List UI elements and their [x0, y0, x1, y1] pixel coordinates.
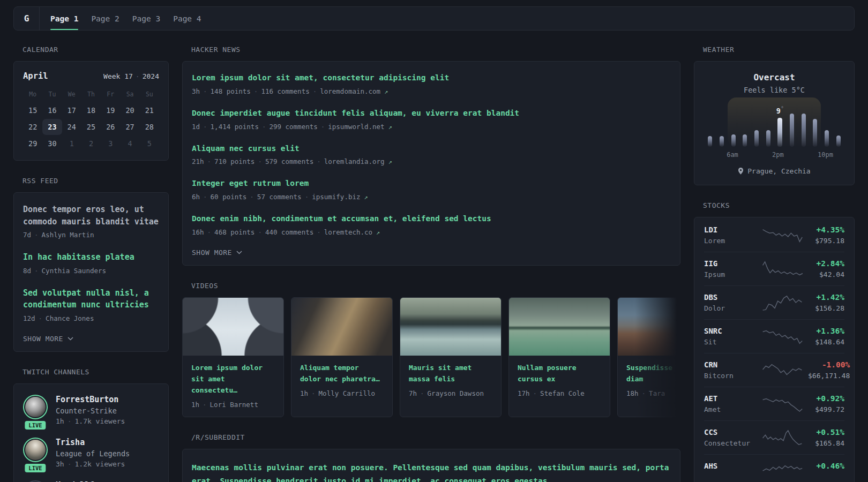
- videos-section: VIDEOS Lorem ipsum dolor sit amet consec…: [182, 282, 680, 417]
- live-badge: LIVE: [25, 464, 46, 472]
- stock-row[interactable]: CRNBitcorn-1.00%$66,171.48: [704, 353, 844, 387]
- hacker-news-item-link[interactable]: Integer eget rutrum lorem: [192, 178, 671, 190]
- stock-row[interactable]: SNRCSit+1.36%$148.64: [704, 319, 844, 353]
- rss-item-link[interactable]: Sed volutpat nulla nisl, a condimentum n…: [23, 287, 159, 311]
- hacker-news-item-link[interactable]: Donec imperdiet augue tincidunt felis al…: [192, 108, 671, 119]
- hacker-news-item: Integer eget rutrum lorem6h·60 points·57…: [192, 178, 671, 201]
- video-title[interactable]: Suspendisse diam: [626, 362, 678, 385]
- video-card[interactable]: Lorem ipsum dolor sit amet consectetu…1h…: [182, 297, 284, 417]
- external-link-icon: ↗: [388, 123, 392, 131]
- weather-condition: Overcast: [704, 72, 844, 82]
- stock-price: $66,171.48: [808, 372, 850, 380]
- tab-page-3[interactable]: Page 3: [132, 7, 160, 30]
- hacker-news-item-link[interactable]: Aliquam nec cursus elit: [192, 143, 671, 155]
- rss-show-more-button[interactable]: SHOW MORE: [23, 335, 159, 343]
- weather-hour-label: 6am: [727, 151, 738, 159]
- dot-separator: ·: [258, 157, 262, 165]
- stock-identity: IIGIpsum: [704, 259, 759, 278]
- hacker-news-show-more-button[interactable]: SHOW MORE: [192, 248, 671, 257]
- tab-page-4[interactable]: Page 4: [173, 7, 201, 30]
- twitch-channel-row[interactable]: KendallCarr: [23, 480, 159, 482]
- top-navbar: G Page 1Page 2Page 3Page 4: [13, 6, 855, 31]
- dot-separator: ·: [317, 228, 321, 236]
- stock-values: +0.46%: [817, 462, 844, 481]
- stock-sparkline: [762, 294, 805, 311]
- dot-separator: ·: [203, 123, 207, 131]
- video-title[interactable]: Lorem ipsum dolor sit amet consectetu…: [191, 362, 275, 396]
- meta-part: 1h: [300, 389, 308, 397]
- weekday-label: Mo: [23, 91, 42, 98]
- weather-hour-label: [750, 151, 761, 159]
- stock-row[interactable]: AETAmet+0.92%$499.72: [704, 387, 844, 420]
- item-meta: 12d·Chance Jones: [23, 314, 159, 322]
- item-meta: 7h·Grayson Dawson: [409, 389, 492, 397]
- app-logo[interactable]: G: [14, 7, 40, 30]
- calendar-day: 30: [42, 135, 62, 152]
- stock-symbol: CRN: [704, 360, 759, 369]
- stocks-section-label: STOCKS: [703, 201, 855, 209]
- stock-name: [704, 473, 759, 481]
- meta-part: 18h: [626, 389, 639, 397]
- calendar-day: 18: [81, 102, 101, 118]
- calendar-day: 27: [120, 119, 139, 135]
- item-meta: 16h·468 points·440 comments·loremtech.co…: [192, 228, 671, 236]
- weather-hour-label: 2pm: [772, 151, 784, 159]
- weather-location-text: Prague, Czechia: [747, 167, 810, 175]
- stock-row[interactable]: LDILorem+4.35%$795.18: [704, 219, 844, 252]
- video-title[interactable]: Aliquam tempor dolor nec pharetra…: [300, 362, 384, 385]
- stock-values: +2.84%$42.04: [817, 259, 844, 278]
- weather-bar: [754, 130, 759, 147]
- meta-part: Stefan Cole: [540, 389, 585, 397]
- video-title[interactable]: Nullam posuere cursus ex: [518, 362, 601, 385]
- tab-page-2[interactable]: Page 2: [91, 7, 119, 30]
- channel-name[interactable]: KendallCarr: [56, 480, 109, 482]
- channel-name[interactable]: Trisha: [56, 438, 130, 447]
- stock-row[interactable]: IIGIpsum+2.84%$42.04: [704, 252, 844, 285]
- meta-part: 1h: [56, 417, 64, 425]
- stock-row[interactable]: DBSDolor+1.42%$156.28: [704, 285, 844, 319]
- video-card[interactable]: Aliquam tempor dolor nec pharetra…1h·Mol…: [291, 297, 393, 417]
- tab-page-1[interactable]: Page 1: [50, 7, 78, 30]
- meta-part: Molly Carrillo: [319, 389, 375, 397]
- weather-bar: [720, 136, 724, 147]
- dot-separator: ·: [250, 193, 254, 201]
- weather-bar: [836, 135, 841, 147]
- item-meta: 21h·710 points·579 comments·loremlandia.…: [192, 157, 671, 165]
- twitch-channel-row[interactable]: LIVETrishaLeague of Legends3h·1.2k viewe…: [23, 438, 159, 468]
- channel-info: ForrestBurtonCounter-Strike1h·1.7k viewe…: [56, 395, 125, 425]
- dot-separator: ·: [136, 72, 140, 80]
- weather-hour-label: [806, 151, 818, 159]
- calendar-day: 2: [81, 135, 101, 152]
- meta-part: loremdomain.com: [320, 87, 380, 95]
- avatar: LIVE: [23, 395, 48, 425]
- stock-sparkline: [762, 395, 805, 412]
- meta-part: loremtech.co: [324, 228, 372, 236]
- stock-name: Bitcorn: [704, 372, 759, 380]
- videos-section-label: VIDEOS: [191, 282, 680, 290]
- meta-part: 60 points: [211, 193, 247, 201]
- hacker-news-item: Lorem ipsum dolor sit amet, consectetur …: [192, 72, 671, 95]
- channel-name[interactable]: ForrestBurton: [56, 395, 125, 404]
- video-title[interactable]: Mauris sit amet massa felis: [409, 362, 492, 385]
- stock-identity: SNRCSit: [704, 327, 759, 346]
- weather-hour-column: [704, 136, 716, 147]
- video-card[interactable]: Mauris sit amet massa felis7h·Grayson Da…: [400, 297, 502, 417]
- hacker-news-list: Lorem ipsum dolor sit amet, consectetur …: [192, 72, 671, 236]
- hacker-news-item-link[interactable]: Donec enim nibh, condimentum et accumsan…: [192, 213, 671, 225]
- item-meta: 8d·Cynthia Saunders: [23, 267, 159, 275]
- video-card[interactable]: Nullam posuere cursus ex17h·Stefan Cole: [508, 297, 610, 417]
- channel-category: League of Legends: [56, 449, 130, 458]
- reddit-post-title[interactable]: Maecenas mollis pulvinar erat non posuer…: [192, 461, 671, 482]
- stock-row[interactable]: AHS+0.46%: [704, 454, 844, 482]
- right-column: WEATHER Overcast Feels like 5°C 9° 6am2p…: [694, 46, 855, 482]
- meta-part: 57 comments: [257, 193, 302, 201]
- hacker-news-item-link[interactable]: Lorem ipsum dolor sit amet, consectetur …: [192, 72, 671, 84]
- rss-item-link[interactable]: Donec tempor eros leo, ut commodo mauris…: [23, 204, 159, 228]
- hacker-news-item: Aliquam nec cursus elit21h·710 points·57…: [192, 143, 671, 166]
- rss-item-link[interactable]: In hac habitasse platea: [23, 251, 159, 263]
- dot-separator: ·: [321, 123, 325, 131]
- twitch-channel-row[interactable]: LIVEForrestBurtonCounter-Strike1h·1.7k v…: [23, 395, 159, 425]
- hacker-news-widget: Lorem ipsum dolor sit amet, consectetur …: [182, 61, 680, 266]
- video-card[interactable]: Suspendisse diam18h·Tara: [617, 297, 680, 417]
- stock-row[interactable]: CCSConsectetur+0.51%$165.84: [704, 420, 844, 454]
